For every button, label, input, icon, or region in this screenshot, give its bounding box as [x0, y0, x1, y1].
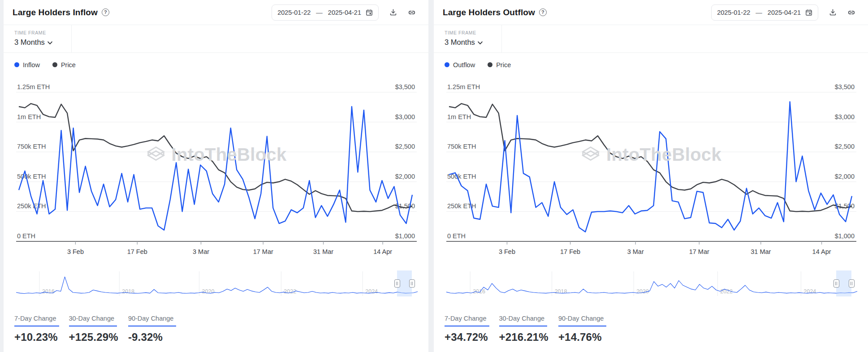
download-button[interactable]	[389, 9, 397, 16]
svg-text:2018: 2018	[555, 288, 567, 295]
svg-text:$2,500: $2,500	[395, 143, 415, 150]
svg-text:17 Mar: 17 Mar	[253, 248, 273, 255]
grip-vertical-icon	[835, 282, 837, 285]
svg-text:2022: 2022	[720, 288, 733, 295]
time-frame-dropdown[interactable]: TIME FRAME 3 Months	[434, 25, 502, 52]
title-wrap: Large Holders Inflow ?	[13, 8, 109, 17]
date-range-start: 2025-01-22	[717, 9, 750, 16]
legend-dot-price	[488, 62, 492, 67]
svg-text:14 Apr: 14 Apr	[812, 248, 831, 255]
stat-value: +34.72%	[445, 331, 489, 343]
time-frame-label: TIME FRAME	[445, 30, 501, 35]
stat-7-day: 7-Day Change +34.72%	[445, 314, 489, 343]
legend-item-inflow[interactable]: Inflow	[14, 61, 40, 69]
history-mini-chart[interactable]: 20162018202020222024	[4, 270, 428, 297]
stat-value: +10.23%	[14, 331, 59, 343]
legend-label: Inflow	[23, 61, 40, 69]
svg-text:1m ETH: 1m ETH	[17, 113, 41, 120]
history-mini-chart[interactable]: 20162018202020222024	[434, 270, 868, 297]
stat-value: +216.21%	[499, 331, 548, 343]
date-range-picker[interactable]: 2025-01-22 — 2025-04-21	[711, 4, 818, 21]
time-frame-dropdown[interactable]: TIME FRAME 3 Months	[4, 25, 72, 52]
svg-text:750k ETH: 750k ETH	[447, 143, 476, 150]
legend-dot-outflow	[445, 62, 449, 67]
svg-text:$2,000: $2,000	[835, 173, 855, 180]
svg-text:$2,000: $2,000	[395, 173, 415, 180]
svg-text:$3,000: $3,000	[835, 113, 855, 120]
svg-text:$2,500: $2,500	[835, 143, 855, 150]
link-icon	[408, 9, 416, 17]
legend-label: Price	[496, 61, 511, 69]
chart-legend: Outflow Price	[434, 53, 868, 69]
panel-large-holders-outflow: Large Holders Outflow ? 2025-01-22 — 202…	[434, 0, 868, 352]
change-stats: 7-Day Change +10.23% 30-Day Change +125.…	[4, 297, 428, 343]
date-range-end: 2025-04-21	[328, 9, 361, 16]
brush-handle-right[interactable]	[849, 279, 855, 288]
legend-item-outflow[interactable]: Outflow	[445, 61, 475, 69]
stat-label: 90-Day Change	[128, 315, 177, 326]
brush-handle-left[interactable]	[833, 279, 839, 288]
legend-item-price[interactable]: Price	[52, 61, 76, 69]
outflow-chart[interactable]: 1.25m ETH$3,5001m ETH$3,000750k ETH$2,50…	[434, 69, 868, 262]
svg-text:$3,500: $3,500	[835, 83, 855, 90]
stat-label: 7-Day Change	[445, 315, 489, 326]
svg-text:31 Mar: 31 Mar	[313, 248, 333, 255]
time-frame-value: 3 Months	[445, 38, 475, 47]
date-range-start: 2025-01-22	[277, 9, 311, 16]
share-link-button[interactable]	[847, 9, 855, 17]
inflow-chart-area: 1.25m ETH$3,5001m ETH$3,000750k ETH$2,50…	[4, 69, 428, 262]
svg-text:2024: 2024	[803, 288, 816, 295]
panel-header: Large Holders Outflow ? 2025-01-22 — 202…	[434, 0, 868, 25]
svg-text:$3,000: $3,000	[395, 113, 415, 120]
legend-label: Price	[61, 61, 76, 69]
help-icon[interactable]: ?	[539, 9, 547, 16]
help-icon[interactable]: ?	[102, 9, 109, 16]
svg-text:250k ETH: 250k ETH	[17, 202, 46, 210]
svg-text:17 Feb: 17 Feb	[560, 248, 580, 255]
svg-text:3 Mar: 3 Mar	[627, 248, 644, 255]
page-title: Large Holders Outflow	[443, 8, 535, 17]
date-range-separator: —	[756, 9, 762, 16]
chart-legend: Inflow Price	[4, 53, 428, 69]
grip-vertical-icon	[411, 282, 413, 285]
svg-text:$1,000: $1,000	[835, 232, 855, 240]
svg-text:1.25m ETH: 1.25m ETH	[17, 83, 50, 90]
svg-text:1m ETH: 1m ETH	[447, 113, 471, 120]
stat-30-day: 30-Day Change +216.21%	[499, 314, 548, 343]
svg-text:3 Feb: 3 Feb	[499, 248, 515, 255]
svg-text:17 Mar: 17 Mar	[689, 248, 709, 255]
stat-value: +125.29%	[69, 331, 118, 343]
svg-text:31 Mar: 31 Mar	[751, 248, 771, 255]
legend-dot-price	[52, 62, 57, 67]
chevron-down-icon	[48, 38, 52, 47]
toolbar-row: TIME FRAME 3 Months	[434, 25, 868, 53]
download-button[interactable]	[829, 9, 837, 16]
panel-divider	[428, 0, 434, 352]
download-icon	[389, 9, 397, 16]
link-icon	[847, 9, 855, 17]
legend-item-price[interactable]: Price	[488, 61, 511, 69]
date-range-end: 2025-04-21	[768, 9, 801, 16]
brush-handle-left[interactable]	[394, 279, 400, 288]
stat-label: 7-Day Change	[14, 315, 59, 326]
date-range-picker[interactable]: 2025-01-22 — 2025-04-21	[272, 4, 379, 21]
outflow-chart-area: 1.25m ETH$3,5001m ETH$3,000750k ETH$2,50…	[434, 69, 868, 262]
stat-7-day: 7-Day Change +10.23%	[14, 314, 59, 343]
time-frame-value: 3 Months	[14, 38, 45, 47]
svg-text:500k ETH: 500k ETH	[17, 173, 46, 180]
calendar-icon	[366, 9, 373, 16]
brush-handle-right[interactable]	[409, 279, 415, 288]
inflow-chart[interactable]: 1.25m ETH$3,5001m ETH$3,000750k ETH$2,50…	[4, 69, 428, 262]
svg-text:1.25m ETH: 1.25m ETH	[447, 83, 480, 90]
svg-text:2016: 2016	[473, 288, 485, 295]
stat-label: 30-Day Change	[69, 315, 117, 326]
stat-label: 30-Day Change	[499, 315, 548, 326]
share-link-button[interactable]	[408, 9, 416, 17]
svg-text:14 Apr: 14 Apr	[373, 248, 392, 255]
page-title: Large Holders Inflow	[13, 8, 98, 17]
grip-vertical-icon	[396, 282, 398, 285]
svg-text:2024: 2024	[365, 288, 378, 295]
svg-text:0 ETH: 0 ETH	[447, 232, 466, 240]
svg-text:17 Feb: 17 Feb	[127, 248, 147, 255]
svg-text:$1,000: $1,000	[395, 232, 415, 240]
